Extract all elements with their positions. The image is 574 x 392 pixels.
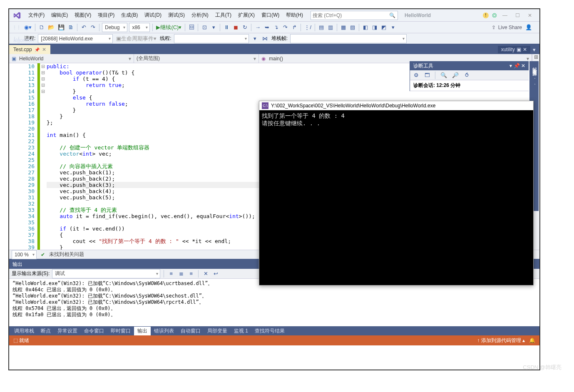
menu-item[interactable]: 窗口(W) bbox=[258, 10, 283, 20]
pin-icon[interactable]: ▾ 📌 bbox=[509, 63, 519, 69]
zoom-combo[interactable]: 100 % bbox=[12, 250, 37, 259]
tool-window-tab[interactable]: 错误列表 bbox=[151, 327, 177, 335]
source-control-button[interactable]: ↑ 添加到源代码管理 ▴ bbox=[477, 337, 525, 344]
tool-window-tab[interactable]: 查找符号结果 bbox=[251, 327, 288, 335]
save-button[interactable]: 💾 bbox=[57, 23, 65, 32]
output-source-combo[interactable]: 调试 bbox=[52, 269, 160, 278]
search-input[interactable] bbox=[313, 12, 388, 18]
diag-select-tools-icon[interactable]: 🗔 bbox=[423, 71, 431, 80]
outlining-margin[interactable]: ⊟⊟⊟⊟⊟ bbox=[40, 63, 46, 250]
step-into-button[interactable]: ↴ bbox=[272, 23, 280, 32]
nav-back-button[interactable]: ◉▾ bbox=[23, 23, 32, 32]
tool-window-tab[interactable]: 自动窗口 bbox=[177, 327, 204, 335]
thread-combo[interactable] bbox=[174, 34, 249, 43]
toolbar-button[interactable]: ▾ bbox=[389, 23, 397, 32]
preview-tab[interactable]: xutility ▣ ✕ bbox=[498, 46, 530, 53]
minimize-button[interactable]: — bbox=[500, 11, 509, 20]
break-all-button[interactable]: ⏸ bbox=[223, 23, 230, 32]
toolbar-button[interactable]: ◧ bbox=[362, 23, 369, 32]
tool-window-tab[interactable]: 调用堆栈 bbox=[11, 327, 37, 335]
show-next-statement-button[interactable]: ➥ bbox=[263, 23, 271, 32]
tool-window-tab[interactable]: 监视 1 bbox=[231, 327, 251, 335]
tool-window-tab[interactable]: 命令窗口 bbox=[81, 327, 107, 335]
menu-item[interactable]: 测试(S) bbox=[165, 10, 188, 20]
output-text[interactable]: “HelloWorld.exe”(Win32): 已加载“C:\Windows\… bbox=[9, 279, 539, 326]
close-icon[interactable]: ✕ bbox=[523, 47, 527, 52]
active-files-dropdown[interactable]: ▾ bbox=[530, 45, 538, 54]
menu-item[interactable]: 编辑(E) bbox=[48, 10, 71, 20]
clear-output-button[interactable]: ✕ bbox=[202, 269, 209, 278]
menu-item[interactable]: 视图(V) bbox=[71, 10, 94, 20]
toolbar-button[interactable]: ⊡ bbox=[201, 23, 208, 32]
close-icon[interactable]: ✕ bbox=[521, 63, 525, 69]
toolbar-button[interactable]: ▾ bbox=[251, 34, 259, 43]
save-all-button[interactable]: 🗎 bbox=[67, 23, 75, 32]
stackframe-combo[interactable] bbox=[290, 34, 407, 43]
account-icon[interactable]: 👤 bbox=[524, 23, 533, 32]
menu-item[interactable]: 文件(F) bbox=[25, 10, 48, 20]
continue-button[interactable]: ▶ 继续(C) ▾ bbox=[155, 23, 182, 32]
step-out-button[interactable]: ↱ bbox=[291, 23, 298, 32]
menu-item[interactable]: 帮助(H) bbox=[283, 10, 306, 20]
menu-item[interactable]: 分析(N) bbox=[188, 10, 212, 20]
undo-button[interactable]: ↶ bbox=[80, 23, 87, 32]
toolbar-button[interactable]: 🞖 bbox=[188, 23, 195, 32]
feedback-icon[interactable]: ❂ bbox=[492, 12, 497, 19]
diag-settings-icon[interactable]: ⚙ bbox=[412, 71, 420, 80]
redo-button[interactable]: ↷ bbox=[89, 23, 97, 32]
output-button[interactable]: ≡ bbox=[167, 269, 175, 278]
toolbar-button[interactable]: ◨ bbox=[371, 23, 378, 32]
glyph-margin[interactable] bbox=[9, 63, 17, 250]
process-combo[interactable]: [20868] HelloWorld.exe bbox=[38, 34, 113, 43]
notification-warning-icon[interactable]: ! bbox=[483, 12, 489, 18]
menu-item[interactable]: 工具(T) bbox=[212, 10, 235, 20]
zoom-in-icon[interactable]: 🔍 bbox=[440, 71, 448, 80]
live-share-button[interactable]: Live Share bbox=[498, 25, 522, 30]
menu-item[interactable]: 项目(P) bbox=[94, 10, 118, 20]
document-tab[interactable]: Test.cpp📌✕ bbox=[9, 45, 50, 54]
pin-icon[interactable]: 📌 bbox=[35, 47, 40, 52]
toolbar-button[interactable]: ▧ bbox=[349, 23, 356, 32]
stop-debug-button[interactable]: ◼ bbox=[232, 23, 239, 32]
console-output[interactable]: 找到了第一个等于 4 的数 : 4 请按任意键继续. . . bbox=[259, 110, 533, 129]
solution-config-combo[interactable]: Debug bbox=[102, 23, 127, 32]
close-button[interactable]: ✕ bbox=[525, 11, 534, 20]
toolbar-button[interactable]: ◩ bbox=[380, 23, 388, 32]
promote-tab-icon[interactable]: ▣ bbox=[517, 47, 521, 52]
close-icon[interactable]: ✕ bbox=[42, 47, 46, 52]
nav-project-combo[interactable]: ▣ HelloWorld bbox=[9, 54, 134, 63]
toolbar-button[interactable]: ▾ bbox=[210, 23, 217, 32]
output-button[interactable]: ≣ bbox=[177, 269, 185, 278]
toolbar-button[interactable]: ▥ bbox=[327, 23, 334, 32]
toggle-wordwrap-button[interactable]: ↩ bbox=[212, 269, 219, 278]
solution-platform-combo[interactable]: x86 bbox=[129, 23, 150, 32]
toolbar-button[interactable]: ▤ bbox=[318, 23, 325, 32]
maximize-button[interactable]: ☐ bbox=[513, 11, 522, 20]
restart-button[interactable]: ↻ bbox=[241, 23, 248, 32]
menu-item[interactable]: 生成(B) bbox=[118, 10, 141, 20]
step-button[interactable]: → bbox=[254, 23, 261, 32]
issues-status[interactable]: 未找到相关问题 bbox=[49, 251, 84, 258]
console-window[interactable]: C:\ Y:\002_WorkSpace\002_VS\HelloWorld\H… bbox=[259, 101, 534, 285]
open-file-button[interactable]: 📂 bbox=[47, 23, 55, 32]
search-icon[interactable]: 🔍 bbox=[388, 12, 396, 18]
tool-window-tab[interactable]: 即时窗口 bbox=[107, 327, 134, 335]
new-project-button[interactable]: 🗋 bbox=[38, 23, 45, 32]
console-titlebar[interactable]: C:\ Y:\002_WorkSpace\002_VS\HelloWorld\H… bbox=[259, 101, 533, 110]
tool-window-tab[interactable]: 断点 bbox=[37, 327, 54, 335]
menu-item[interactable]: 调试(D) bbox=[141, 10, 165, 20]
menu-item[interactable]: 扩展(X) bbox=[235, 10, 258, 20]
lifecycle-events-button[interactable]: ▣ 生命周期事件 ▾ bbox=[115, 34, 157, 43]
toolbar-button[interactable]: ▦ bbox=[340, 23, 347, 32]
toolbar-grip-icon[interactable]: ⋮⋮ bbox=[12, 25, 22, 30]
nav-scope-combo[interactable]: (全局范围) bbox=[134, 54, 259, 63]
toolbar-button[interactable]: ⋈ bbox=[261, 34, 269, 43]
tool-window-tab[interactable]: 局部变量 bbox=[204, 327, 231, 335]
tool-window-tab[interactable]: 输出 bbox=[134, 327, 151, 335]
notifications-icon[interactable]: 🔔 bbox=[529, 337, 535, 343]
output-button[interactable]: ≡ bbox=[187, 269, 195, 278]
step-over-button[interactable]: ↷ bbox=[281, 23, 289, 32]
toolbar-button[interactable]: ⋮/ bbox=[303, 23, 312, 32]
quick-launch-search[interactable]: 🔍 bbox=[311, 11, 398, 20]
reset-view-icon[interactable]: ⥀ bbox=[463, 71, 470, 80]
